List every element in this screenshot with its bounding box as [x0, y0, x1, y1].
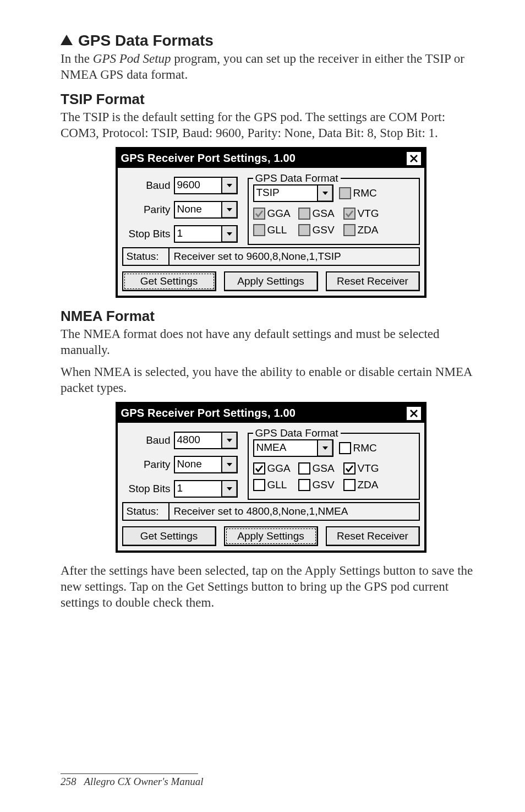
chevron-down-icon	[221, 178, 237, 193]
nmea-para1: The NMEA format does not have any defaul…	[61, 326, 481, 358]
reset-receiver-label: Reset Receiver	[337, 530, 408, 542]
rmc-label: RMC	[353, 187, 377, 199]
after-paragraph: After the settings have been selected, t…	[61, 563, 481, 611]
baud-select[interactable]: 9600	[174, 177, 238, 194]
parity-label: Parity	[122, 204, 171, 216]
close-button[interactable]	[406, 406, 422, 421]
stopbits-select[interactable]: 1	[174, 480, 238, 498]
chevron-down-icon	[317, 186, 332, 201]
gsv-label: GSV	[313, 479, 335, 491]
parity-select[interactable]: None	[174, 456, 238, 473]
gsa-checkbox[interactable]: GSA	[298, 208, 340, 220]
gga-label: GGA	[267, 208, 291, 220]
gsv-checkbox[interactable]: GSV	[298, 224, 340, 236]
dialog-title: GPS Receiver Port Settings, 1.00	[120, 152, 406, 165]
stopbits-label: Stop Bits	[122, 483, 171, 495]
section-heading: GPS Data Formats	[61, 32, 481, 50]
zda-label: ZDA	[358, 479, 379, 491]
gsa-label: GSA	[313, 462, 335, 475]
checkbox-icon	[339, 187, 351, 199]
vtg-label: VTG	[358, 462, 379, 475]
stopbits-select[interactable]: 1	[174, 225, 238, 243]
zda-checkbox[interactable]: ZDA	[343, 479, 379, 491]
chevron-down-icon	[317, 440, 332, 456]
zda-label: ZDA	[358, 224, 379, 236]
get-settings-button[interactable]: Get Settings	[122, 526, 216, 546]
triangle-icon	[61, 35, 73, 45]
baud-value: 4800	[175, 433, 221, 448]
gps-data-format-group: GPS Data Format NMEA RMC	[248, 433, 420, 500]
get-settings-button[interactable]: Get Settings	[122, 271, 216, 291]
page-footer: 258 Allegro CX Owner's Manual	[61, 773, 204, 788]
tsip-para: The TSIP is the default setting for the …	[61, 109, 481, 141]
apply-settings-label: Apply Settings	[237, 275, 304, 287]
intro-paragraph: In the GPS Pod Setup program, you can se…	[61, 51, 481, 83]
chevron-down-icon	[221, 457, 237, 472]
page-number: 258	[61, 776, 76, 787]
checkbox-icon	[253, 479, 265, 491]
checkbox-icon	[343, 479, 356, 491]
gps-settings-dialog-nmea: GPS Receiver Port Settings, 1.00 Baud 48…	[116, 402, 426, 553]
nmea-heading: NMEA Format	[61, 308, 481, 325]
tsip-heading: TSIP Format	[61, 91, 481, 108]
baud-label: Baud	[122, 434, 171, 446]
rmc-checkbox[interactable]: RMC	[339, 187, 377, 199]
format-value: NMEA	[254, 440, 317, 456]
status-value: Receiver set to 4800,8,None,1,NMEA	[169, 503, 419, 520]
reset-receiver-button[interactable]: Reset Receiver	[326, 271, 420, 291]
rmc-checkbox[interactable]: RMC	[339, 442, 377, 454]
parity-value: None	[175, 202, 221, 217]
chevron-down-icon	[221, 481, 237, 497]
close-button[interactable]	[406, 151, 422, 166]
gga-checkbox[interactable]: GGA	[253, 462, 295, 475]
parity-label: Parity	[122, 459, 171, 471]
gll-label: GLL	[267, 479, 287, 491]
rmc-label: RMC	[353, 442, 377, 454]
gll-label: GLL	[267, 224, 287, 236]
parity-value: None	[175, 457, 221, 472]
stopbits-label: Stop Bits	[122, 228, 171, 240]
chevron-down-icon	[221, 226, 237, 242]
reset-receiver-button[interactable]: Reset Receiver	[326, 526, 420, 546]
dialog-titlebar: GPS Receiver Port Settings, 1.00	[118, 149, 424, 168]
gsa-label: GSA	[313, 208, 335, 220]
zda-checkbox[interactable]: ZDA	[343, 224, 379, 236]
dialog-titlebar: GPS Receiver Port Settings, 1.00	[118, 404, 424, 423]
checkbox-icon	[298, 224, 310, 236]
parity-select[interactable]: None	[174, 201, 238, 219]
nmea-para2: When NMEA is selected, you have the abil…	[61, 364, 481, 396]
get-settings-label: Get Settings	[140, 530, 198, 542]
baud-select[interactable]: 4800	[174, 432, 238, 449]
apply-settings-button[interactable]: Apply Settings	[224, 271, 318, 291]
gsv-checkbox[interactable]: GSV	[298, 479, 340, 491]
checkbox-icon	[339, 442, 351, 454]
gsa-checkbox[interactable]: GSA	[298, 462, 340, 475]
gll-checkbox[interactable]: GLL	[253, 224, 295, 236]
apply-settings-button[interactable]: Apply Settings	[224, 526, 318, 546]
baud-value: 9600	[175, 178, 221, 193]
checkbox-icon	[253, 462, 265, 475]
format-select[interactable]: NMEA	[253, 439, 333, 457]
gll-checkbox[interactable]: GLL	[253, 479, 295, 491]
footer-rule	[61, 773, 198, 774]
intro-a: In the	[61, 52, 93, 66]
vtg-checkbox[interactable]: VTG	[343, 208, 379, 220]
gsv-label: GSV	[313, 224, 335, 236]
checkbox-icon	[298, 462, 310, 475]
checkbox-icon	[343, 208, 356, 220]
format-value: TSIP	[254, 186, 317, 201]
format-select[interactable]: TSIP	[253, 184, 333, 202]
close-icon	[410, 410, 418, 417]
status-value: Receiver set to 9600,8,None,1,TSIP	[169, 248, 419, 265]
gga-label: GGA	[267, 462, 291, 475]
checkbox-icon	[343, 224, 356, 236]
get-settings-label: Get Settings	[140, 275, 198, 287]
status-row: Status: Receiver set to 9600,8,None,1,TS…	[122, 247, 420, 266]
vtg-checkbox[interactable]: VTG	[343, 462, 379, 475]
checkbox-icon	[298, 208, 310, 220]
gga-checkbox[interactable]: GGA	[253, 208, 295, 220]
status-row: Status: Receiver set to 4800,8,None,1,NM…	[122, 502, 420, 521]
status-label: Status:	[123, 503, 169, 520]
dialog-title: GPS Receiver Port Settings, 1.00	[120, 407, 406, 419]
baud-label: Baud	[122, 179, 171, 192]
